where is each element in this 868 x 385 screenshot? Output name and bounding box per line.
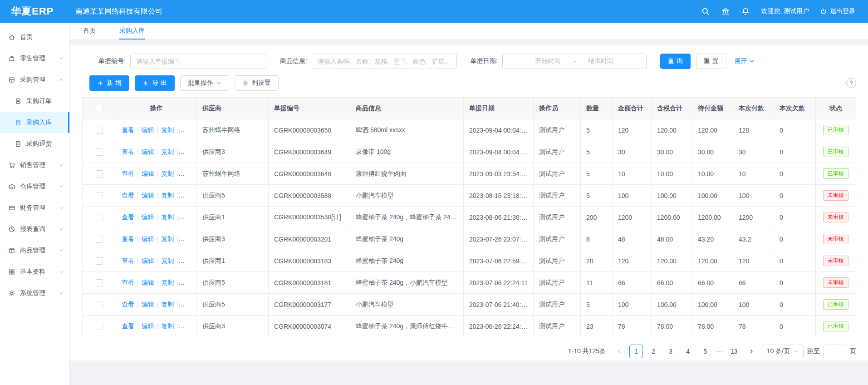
column-header: 商品信息 [350,98,464,119]
row-action-view[interactable]: 查看 [122,126,134,133]
row-action-view[interactable]: 查看 [122,322,134,330]
row-checkbox[interactable] [96,279,103,286]
column-header: 含税合计 [652,98,692,119]
page-button-1[interactable]: 1 [629,345,643,358]
page-button-3[interactable]: 3 [664,345,677,358]
page-button-5[interactable]: 5 [698,345,712,358]
row-action-view[interactable]: 查看 [122,192,134,199]
row-action-view[interactable]: 查看 [122,235,134,242]
row-action-edit[interactable]: 编辑 [142,126,154,133]
page-size-select[interactable]: 10 条/页 [762,345,804,358]
row-action-copy[interactable]: 复制 [161,235,174,242]
row-checkbox[interactable] [96,301,103,308]
cell-bill-date: 2023-08-06 21:30:46 [464,207,534,228]
add-button[interactable]: 新增 [89,75,129,91]
cell-paid: 120 [733,250,774,272]
row-action-copy[interactable]: 复制 [161,322,174,330]
row-action-view[interactable]: 查看 [122,213,134,221]
chevron-down-icon [59,184,64,189]
row-action-view[interactable]: 查看 [122,257,134,264]
bell-icon[interactable] [741,7,750,16]
prev-page-button[interactable] [612,345,626,358]
cell-actions: 查看|编辑|复制|删除 [116,141,197,163]
sidebar-item[interactable]: 采购管理 [0,69,69,90]
row-action-edit[interactable]: 编辑 [142,192,154,199]
cell-bill-no: CGRK00000003649 [269,141,350,163]
cell-paid: 78 [733,316,774,337]
column-header: 单据编号 [269,98,350,119]
bank-icon[interactable] [721,7,730,16]
sidebar-item[interactable]: 系统管理 [0,282,69,304]
row-action-edit[interactable]: 编辑 [142,301,154,308]
sidebar-item[interactable]: 商品管理 [0,240,69,261]
row-action-view[interactable]: 查看 [122,279,134,286]
sidebar-item[interactable]: 基本资料 [0,261,69,282]
row-action-copy[interactable]: 复制 [161,279,174,286]
sidebar-item[interactable]: 采购入库 [0,112,69,133]
row-action-edit[interactable]: 编辑 [142,148,154,155]
page-button-13[interactable]: 13 [727,345,741,358]
search-button[interactable]: 查询 [660,54,691,69]
row-checkbox[interactable] [96,192,103,199]
date-range-picker[interactable]: 开始时间 ~ 结束时间 [502,54,647,69]
row-action-edit[interactable]: 编辑 [142,257,154,264]
row-action-edit[interactable]: 编辑 [142,213,154,221]
row-action-edit[interactable]: 编辑 [142,235,154,242]
row-checkbox[interactable] [96,323,103,330]
status-badge: 已审核 [823,299,848,309]
page-button-4[interactable]: 4 [681,345,695,358]
help-icon[interactable] [846,78,856,88]
column-settings-button[interactable]: 列设置 [235,75,279,91]
action-separator: | [137,279,139,286]
row-checkbox[interactable] [96,214,103,221]
row-action-copy[interactable]: 复制 [161,126,174,133]
bill-no-input[interactable] [130,54,266,69]
column-header: 操作员 [534,98,581,119]
select-all-checkbox[interactable] [96,105,103,112]
row-action-copy[interactable]: 复制 [161,213,174,221]
row-action-copy[interactable]: 复制 [161,192,174,199]
row-action-edit[interactable]: 编辑 [142,170,154,177]
row-action-copy[interactable]: 复制 [161,148,174,155]
reset-button[interactable]: 重置 [696,54,726,69]
row-action-edit[interactable]: 编辑 [142,279,154,286]
table-row: 查看|编辑|复制|删除供应商5CGRK00000003588小鹏汽车模型2023… [83,185,856,207]
search-icon[interactable] [701,7,710,16]
row-action-view[interactable]: 查看 [122,170,134,177]
row-action-edit[interactable]: 编辑 [142,322,154,330]
row-checkbox[interactable] [96,236,103,243]
row-action-copy[interactable]: 复制 [161,301,174,308]
next-page-button[interactable] [745,345,758,358]
sidebar-item[interactable]: 首页 [0,26,69,48]
purchase-icon [8,76,15,84]
row-checkbox[interactable] [96,257,103,265]
cell-total: 66 [613,272,652,294]
tab[interactable]: 采购入库 [119,23,145,39]
sidebar-item[interactable]: 采购订单 [0,90,69,112]
logout-button[interactable]: 退出登录 [820,7,855,15]
row-action-copy[interactable]: 复制 [161,257,174,264]
row-checkbox[interactable] [96,148,103,156]
jump-page-input[interactable] [824,345,846,358]
row-action-view[interactable]: 查看 [122,301,134,308]
page-button-2[interactable]: 2 [647,345,660,358]
goods-info-input[interactable] [312,54,457,69]
sidebar-item[interactable]: 零售管理 [0,48,69,69]
tab[interactable]: 首页 [83,23,96,39]
expand-link[interactable]: 展开 [735,57,755,65]
row-checkbox[interactable] [96,127,103,134]
batch-actions-button[interactable]: 批量操作 [180,75,229,91]
sidebar-item[interactable]: 销售管理 [0,154,69,176]
cell-operator: 测试用户 [534,163,581,185]
row-action-copy[interactable]: 复制 [161,170,174,177]
sidebar-item[interactable]: 采购退货 [0,133,69,154]
cell-tax-total: 100.00 [652,185,692,207]
sidebar-item[interactable]: 财务管理 [0,197,69,218]
cell-debt: 0 [774,141,816,163]
export-button[interactable]: 导出 [135,75,175,91]
sidebar-item[interactable]: 报表查询 [0,218,69,240]
sidebar-item[interactable]: 仓库管理 [0,176,69,197]
row-action-view[interactable]: 查看 [122,148,134,155]
row-checkbox[interactable] [96,170,103,178]
cell-tax-total: 66.00 [652,272,692,294]
